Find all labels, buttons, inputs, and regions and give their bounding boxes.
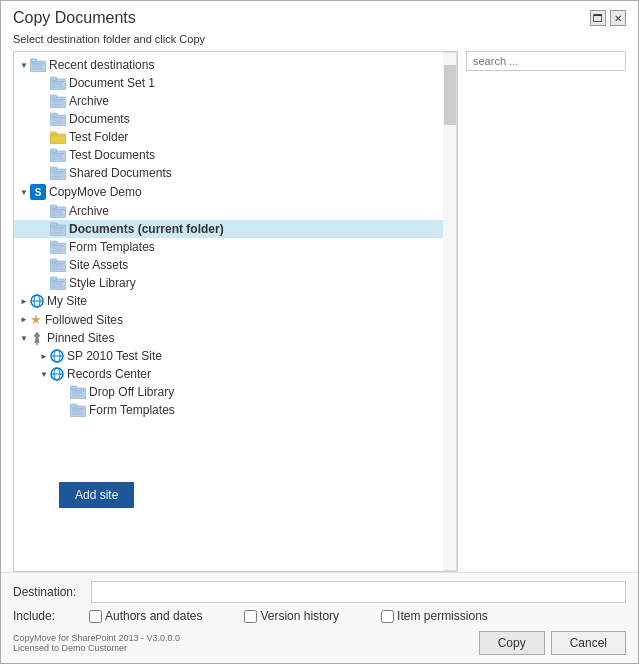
- expand-icon: [38, 258, 50, 272]
- svg-rect-19: [52, 122, 63, 124]
- svg-rect-71: [72, 390, 84, 392]
- tree-item-label: Records Center: [67, 367, 151, 381]
- authors-dates-checkbox[interactable]: [89, 610, 102, 623]
- svg-rect-51: [52, 263, 64, 265]
- folder-doc-icon: [50, 258, 69, 272]
- version-history-checkbox[interactable]: [244, 610, 257, 623]
- svg-rect-38: [52, 214, 63, 216]
- title-bar: Copy Documents 🗖 ✕: [1, 1, 638, 31]
- svg-rect-24: [52, 153, 64, 155]
- dialog-title: Copy Documents: [13, 9, 136, 27]
- tree-item-drop-off-library[interactable]: Drop Off Library: [14, 383, 443, 401]
- expand-icon: [38, 130, 50, 144]
- svg-rect-46: [52, 245, 64, 247]
- svg-rect-8: [52, 84, 62, 86]
- svg-rect-4: [32, 68, 43, 70]
- restore-button[interactable]: 🗖: [590, 10, 606, 26]
- svg-rect-73: [72, 395, 83, 397]
- folder-doc-icon: [50, 76, 69, 90]
- destination-row: Destination:: [13, 581, 626, 603]
- folder-doc-icon: [50, 94, 69, 108]
- svg-rect-30: [52, 174, 62, 176]
- scrollbar[interactable]: [443, 52, 457, 571]
- globe-icon: [50, 349, 67, 363]
- tree-item-site-assets[interactable]: Site Assets: [14, 256, 443, 274]
- expand-icon[interactable]: ►: [18, 294, 30, 308]
- tree-item-archive-2[interactable]: Archive: [14, 202, 443, 220]
- button-row: CopyMove for SharePoint 2013 - V3.0.0.0 …: [13, 631, 626, 655]
- tree-item-form-templates-2[interactable]: Form Templates: [14, 401, 443, 419]
- folder-doc-icon: [50, 240, 69, 254]
- svg-rect-48: [52, 250, 63, 252]
- folder-doc-icon: [50, 112, 69, 126]
- expand-icon: [58, 385, 70, 399]
- svg-rect-56: [52, 281, 64, 283]
- search-input[interactable]: [466, 51, 626, 71]
- expand-icon[interactable]: ►: [38, 349, 50, 363]
- svg-rect-14: [52, 104, 63, 106]
- folder-doc-icon: [70, 403, 89, 417]
- tree-item-document-set-1[interactable]: Document Set 1: [14, 74, 443, 92]
- expand-icon[interactable]: ▼: [18, 331, 30, 345]
- copy-button[interactable]: Copy: [479, 631, 545, 655]
- add-site-button[interactable]: Add site: [59, 482, 134, 508]
- svg-rect-1: [30, 59, 37, 62]
- cancel-button[interactable]: Cancel: [551, 631, 626, 655]
- tree-item-label: Shared Documents: [69, 166, 172, 180]
- tree-item-recent-destinations[interactable]: ▼ Recent destinations: [14, 56, 443, 74]
- tree-item-test-documents[interactable]: Test Documents: [14, 146, 443, 164]
- expand-icon: [38, 276, 50, 290]
- tree-item-style-library[interactable]: Style Library: [14, 274, 443, 292]
- svg-rect-6: [50, 77, 57, 80]
- tree-item-test-folder[interactable]: Test Folder: [14, 128, 443, 146]
- expand-icon: [38, 222, 50, 236]
- destination-input[interactable]: [91, 581, 626, 603]
- close-button[interactable]: ✕: [610, 10, 626, 26]
- folder-doc-icon: [50, 148, 69, 162]
- tree-item-label: Drop Off Library: [89, 385, 174, 399]
- tree-item-form-templates[interactable]: Form Templates: [14, 238, 443, 256]
- version-history-group: Version history: [244, 609, 339, 623]
- tree-item-archive-1[interactable]: Archive: [14, 92, 443, 110]
- expand-icon[interactable]: ▼: [38, 367, 50, 381]
- action-buttons: Copy Cancel: [479, 631, 626, 655]
- svg-rect-26: [52, 158, 63, 160]
- folder-doc-icon: [50, 166, 69, 180]
- svg-rect-11: [50, 95, 57, 98]
- tree-item-shared-documents[interactable]: Shared Documents: [14, 164, 443, 182]
- tree-item-records-center[interactable]: ▼ Records Center: [14, 365, 443, 383]
- folder-doc-icon: [50, 276, 69, 290]
- folder-doc-icon: [50, 222, 69, 236]
- svg-rect-57: [52, 284, 62, 286]
- sp-icon: S: [30, 184, 49, 200]
- expand-icon[interactable]: ►: [18, 313, 30, 327]
- tree-item-label: Style Library: [69, 276, 136, 290]
- tree-item-documents-current[interactable]: Documents (current folder): [14, 220, 443, 238]
- svg-rect-36: [52, 209, 64, 211]
- expand-icon[interactable]: ▼: [18, 185, 30, 199]
- tree-item-documents-1[interactable]: Documents: [14, 110, 443, 128]
- svg-rect-58: [52, 286, 63, 288]
- destination-label: Destination:: [13, 585, 83, 599]
- tree-item-pinned-sites[interactable]: ▼ Pinned Sites: [14, 329, 443, 347]
- subtitle: Select destination folder and click Copy: [1, 31, 638, 51]
- tree-item-label: Archive: [69, 94, 109, 108]
- tree-item-my-site[interactable]: ► My Site: [14, 292, 443, 310]
- tree-item-label: Document Set 1: [69, 76, 155, 90]
- expand-icon: [58, 403, 70, 417]
- svg-rect-16: [50, 113, 57, 116]
- tree-item-label: Recent destinations: [49, 58, 154, 72]
- svg-rect-70: [70, 386, 77, 389]
- item-permissions-checkbox[interactable]: [381, 610, 394, 623]
- expand-icon: [38, 166, 50, 180]
- copy-documents-dialog: Copy Documents 🗖 ✕ Select destination fo…: [0, 0, 639, 664]
- folder-yellow-icon: [50, 131, 69, 144]
- expand-icon[interactable]: ▼: [18, 58, 30, 72]
- svg-rect-3: [32, 66, 42, 68]
- svg-rect-31: [52, 176, 63, 178]
- tree-item-copymove-demo[interactable]: ▼ S CopyMove Demo: [14, 182, 443, 202]
- tree-item-sp2010-test-site[interactable]: ► SP 2010 Test Site: [14, 347, 443, 365]
- expand-icon: [38, 94, 50, 108]
- tree-item-followed-sites[interactable]: ►★Followed Sites: [14, 310, 443, 329]
- svg-rect-35: [50, 205, 57, 208]
